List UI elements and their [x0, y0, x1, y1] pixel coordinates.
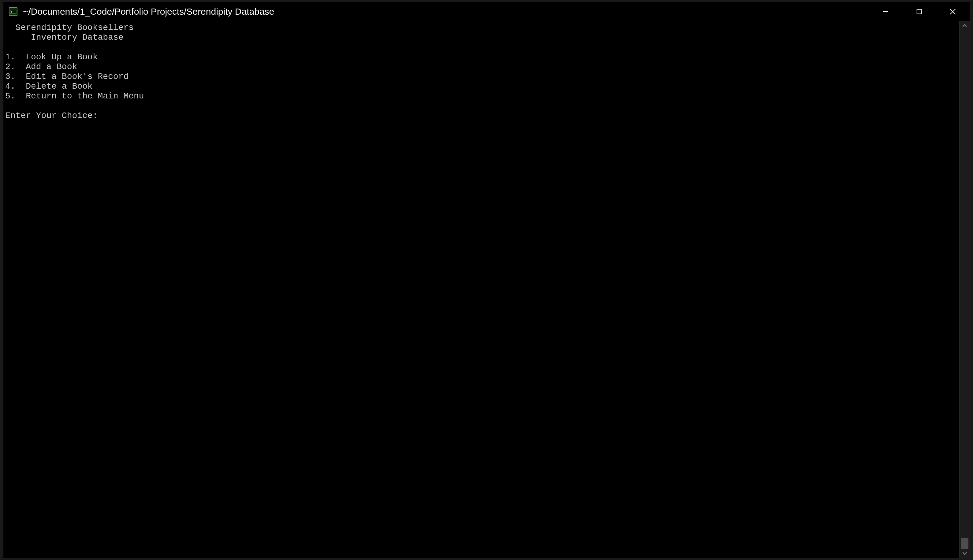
terminal-output[interactable]: Serendipity Booksellers Inventory Databa… [3, 21, 959, 558]
terminal-window: ~/Documents/1_Code/Portfolio Projects/Se… [3, 2, 970, 558]
scroll-up-arrow-icon[interactable] [960, 21, 970, 30]
maximize-button[interactable] [902, 2, 936, 21]
vertical-scrollbar[interactable] [959, 21, 970, 558]
app-icon [9, 7, 17, 16]
client-area: Serendipity Booksellers Inventory Databa… [3, 21, 970, 558]
scrollbar-track[interactable] [960, 30, 970, 549]
titlebar[interactable]: ~/Documents/1_Code/Portfolio Projects/Se… [3, 2, 970, 21]
scrollbar-thumb[interactable] [961, 538, 968, 549]
scroll-down-arrow-icon[interactable] [960, 549, 970, 558]
svg-rect-1 [10, 10, 16, 14]
minimize-button[interactable] [869, 2, 902, 21]
svg-rect-3 [917, 10, 921, 14]
window-controls [869, 2, 970, 21]
window-title: ~/Documents/1_Code/Portfolio Projects/Se… [23, 7, 274, 17]
close-button[interactable] [936, 2, 970, 21]
